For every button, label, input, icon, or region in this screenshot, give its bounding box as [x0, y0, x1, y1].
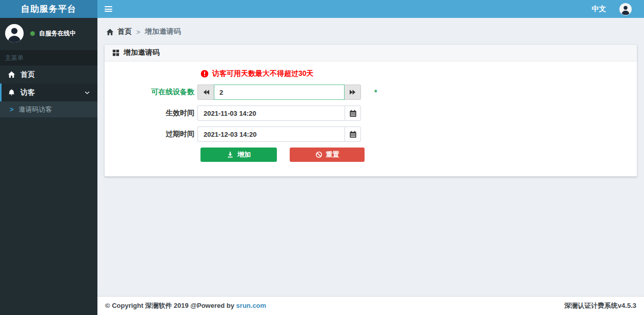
- breadcrumb-separator: >: [136, 28, 140, 36]
- sidebar-user-panel: 自服务在线中: [0, 18, 97, 50]
- panel-title: 增加邀请码: [124, 48, 159, 57]
- validation-error-text: 访客可用天数最大不得超过30天: [212, 69, 314, 78]
- sidebar-item-label: 首页: [21, 70, 35, 79]
- expiry-time-row: 过期时间: [105, 127, 637, 142]
- user-avatar-icon: [5, 24, 24, 43]
- form-actions: 增加 重置: [200, 148, 637, 162]
- expiry-time-input[interactable]: [197, 127, 345, 142]
- download-icon: [227, 151, 234, 158]
- brand-title: 自助服务平台: [21, 3, 76, 15]
- user-menu-button[interactable]: [619, 3, 632, 15]
- navbar: 中文: [97, 0, 644, 18]
- fast-forward-icon: [349, 89, 356, 95]
- user-status-text: 自服务在线中: [39, 29, 76, 38]
- version-text: 深澜认证计费系统v4.5.3: [565, 301, 636, 310]
- add-button[interactable]: 增加: [200, 148, 277, 162]
- breadcrumb-current: 增加邀请码: [145, 27, 181, 36]
- device-count-input[interactable]: [214, 85, 345, 100]
- breadcrumb-home-link[interactable]: 首页: [106, 27, 132, 36]
- sidebar: 自服务在线中 主菜单 首页 访客: [0, 18, 97, 315]
- copyright-text: © Copyright 深澜软件 2019 @Powered by: [105, 302, 234, 309]
- calendar-icon: [349, 131, 357, 138]
- panel-header: 增加邀请码: [105, 45, 637, 61]
- device-count-label: 可在线设备数: [105, 88, 197, 97]
- decrement-button[interactable]: [197, 85, 214, 100]
- reset-button[interactable]: 重置: [290, 148, 365, 162]
- start-time-calendar-button[interactable]: [345, 106, 361, 121]
- increment-button[interactable]: [345, 85, 361, 100]
- device-count-row: 可在线设备数: [105, 85, 637, 100]
- grid-icon: [112, 49, 119, 56]
- start-time-row: 生效时间: [105, 106, 637, 121]
- app-root: 自助服务平台 中文: [0, 0, 644, 315]
- sidebar-submenu-visitors: > 邀请码访客: [0, 101, 97, 117]
- ban-icon: [315, 151, 323, 158]
- copyright: © Copyright 深澜软件 2019 @Powered by srun.c…: [105, 301, 266, 310]
- srun-link[interactable]: srun.com: [236, 302, 267, 309]
- language-switcher[interactable]: 中文: [592, 5, 606, 14]
- add-button-label: 增加: [237, 150, 251, 159]
- fast-backward-icon: [203, 89, 210, 95]
- chevron-down-icon: [85, 90, 90, 95]
- navbar-right: 中文: [592, 3, 644, 15]
- sidebar-section-label: 主菜单: [0, 50, 97, 66]
- sidebar-item-home[interactable]: 首页: [0, 66, 97, 83]
- required-asterisk: *: [374, 88, 377, 96]
- start-time-group: [197, 106, 361, 121]
- sidebar-toggle-button[interactable]: [97, 0, 119, 18]
- sidebar-subitem-label: 邀请码访客: [19, 105, 52, 114]
- hamburger-icon: [105, 6, 112, 12]
- panel-body: 访客可用天数最大不得超过30天 可在线设备数: [105, 61, 637, 176]
- expiry-time-calendar-button[interactable]: [345, 127, 361, 142]
- home-icon: [8, 71, 15, 78]
- footer: © Copyright 深澜软件 2019 @Powered by srun.c…: [97, 296, 644, 315]
- start-time-input[interactable]: [197, 106, 345, 121]
- calendar-icon: [349, 110, 357, 117]
- breadcrumb-home-label: 首页: [117, 27, 132, 36]
- sidebar-item-invite-code-visitor[interactable]: > 邀请码访客: [0, 101, 97, 117]
- start-time-label: 生效时间: [105, 109, 197, 118]
- exclamation-circle-icon: [200, 70, 209, 78]
- expiry-time-label: 过期时间: [105, 130, 197, 139]
- reset-button-label: 重置: [326, 150, 339, 159]
- bell-icon: [8, 89, 15, 96]
- add-invite-code-panel: 增加邀请码 访客可用天数最大不得超过30天 可在线设备数: [104, 44, 637, 177]
- brand-logo[interactable]: 自助服务平台: [0, 0, 97, 18]
- chevron-right-icon: >: [10, 106, 14, 113]
- main-content: 首页 > 增加邀请码 增加邀请码: [97, 18, 644, 296]
- top-navbar: 自助服务平台 中文: [0, 0, 644, 18]
- user-avatar: [5, 24, 24, 43]
- home-icon: [106, 28, 114, 36]
- expiry-time-group: [197, 127, 361, 142]
- online-status-dot: [30, 31, 35, 36]
- user-status: 自服务在线中: [30, 29, 76, 38]
- validation-error: 访客可用天数最大不得超过30天: [200, 68, 637, 79]
- sidebar-item-label: 访客: [21, 88, 35, 97]
- breadcrumb: 首页 > 增加邀请码: [97, 18, 644, 44]
- device-count-stepper: [197, 85, 361, 100]
- sidebar-item-visitors[interactable]: 访客: [0, 83, 97, 101]
- user-avatar-icon: [620, 4, 631, 15]
- sidebar-menu: 首页 访客 > 邀请码访客: [0, 66, 97, 117]
